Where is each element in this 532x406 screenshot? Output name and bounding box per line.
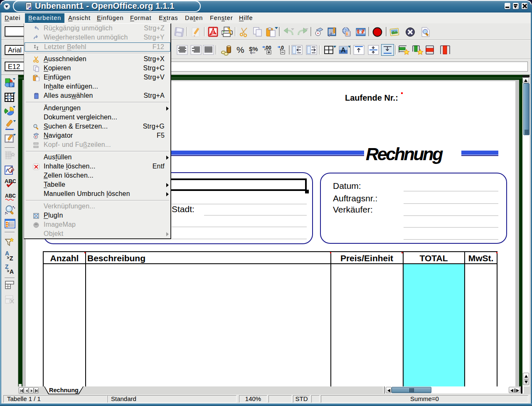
svg-text:Z: Z (5, 264, 9, 270)
svg-text:$%: $% (249, 45, 258, 52)
svg-text:ABC: ABC (5, 178, 16, 184)
svg-text:A: A (341, 47, 346, 54)
svg-text:A: A (10, 268, 14, 275)
svg-text:ABC: ABC (5, 193, 16, 199)
svg-text:,0: ,0 (280, 45, 284, 51)
svg-text:%: % (236, 45, 244, 54)
svg-text:A: A (5, 250, 9, 257)
svg-text:Z: Z (10, 255, 13, 261)
svg-text:,00: ,00 (264, 45, 271, 51)
